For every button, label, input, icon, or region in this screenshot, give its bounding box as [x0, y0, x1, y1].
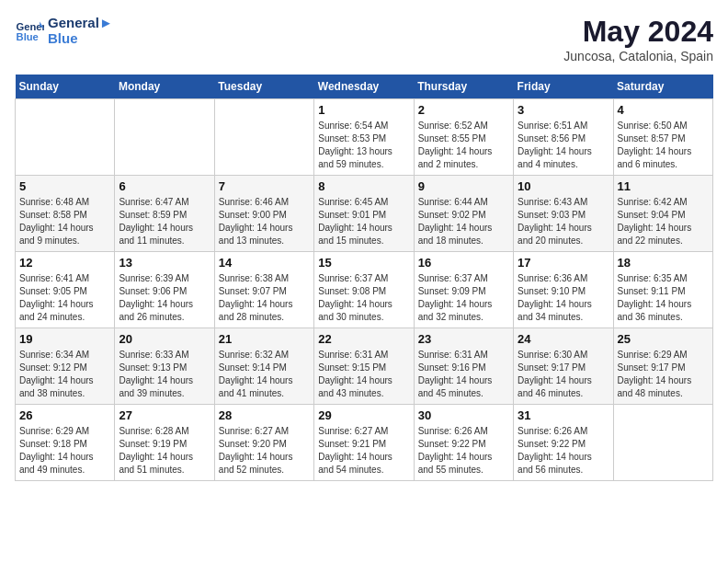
day-info: Sunrise: 6:54 AM Sunset: 8:53 PM Dayligh… [318, 120, 409, 171]
day-info: Sunrise: 6:28 AM Sunset: 9:19 PM Dayligh… [119, 425, 210, 477]
day-info: Sunrise: 6:52 AM Sunset: 8:55 PM Dayligh… [418, 120, 509, 171]
calendar-cell: 7Sunrise: 6:46 AM Sunset: 9:00 PM Daylig… [214, 176, 313, 252]
calendar-cell: 13Sunrise: 6:39 AM Sunset: 9:06 PM Dayli… [115, 252, 214, 328]
day-info: Sunrise: 6:51 AM Sunset: 8:56 PM Dayligh… [518, 120, 609, 171]
day-info: Sunrise: 6:29 AM Sunset: 9:17 PM Dayligh… [618, 349, 709, 400]
calendar-cell [115, 99, 214, 176]
day-number: 16 [418, 256, 509, 270]
day-number: 25 [618, 332, 709, 346]
day-info: Sunrise: 6:42 AM Sunset: 9:04 PM Dayligh… [618, 196, 709, 247]
day-number: 24 [518, 332, 609, 346]
calendar-cell: 3Sunrise: 6:51 AM Sunset: 8:56 PM Daylig… [514, 99, 613, 176]
calendar-cell: 6Sunrise: 6:47 AM Sunset: 8:59 PM Daylig… [115, 176, 214, 252]
calendar-week-row: 1Sunrise: 6:54 AM Sunset: 8:53 PM Daylig… [16, 99, 713, 176]
calendar-cell: 25Sunrise: 6:29 AM Sunset: 9:17 PM Dayli… [613, 328, 712, 405]
day-info: Sunrise: 6:26 AM Sunset: 9:22 PM Dayligh… [418, 425, 509, 477]
day-info: Sunrise: 6:27 AM Sunset: 9:21 PM Dayligh… [318, 425, 409, 477]
weekday-header: Friday [514, 75, 613, 99]
weekday-header: Sunday [16, 75, 115, 99]
day-info: Sunrise: 6:50 AM Sunset: 8:57 PM Dayligh… [618, 120, 709, 171]
calendar-cell: 5Sunrise: 6:48 AM Sunset: 8:58 PM Daylig… [16, 176, 115, 252]
day-info: Sunrise: 6:47 AM Sunset: 8:59 PM Dayligh… [119, 196, 210, 247]
calendar-cell: 9Sunrise: 6:44 AM Sunset: 9:02 PM Daylig… [414, 176, 513, 252]
day-info: Sunrise: 6:29 AM Sunset: 9:18 PM Dayligh… [19, 425, 110, 477]
day-info: Sunrise: 6:41 AM Sunset: 9:05 PM Dayligh… [19, 272, 110, 324]
calendar-cell [16, 99, 115, 176]
day-info: Sunrise: 6:27 AM Sunset: 9:20 PM Dayligh… [219, 425, 310, 477]
calendar-cell: 26Sunrise: 6:29 AM Sunset: 9:18 PM Dayli… [16, 405, 115, 481]
location: Juncosa, Catalonia, Spain [563, 49, 713, 63]
calendar-cell: 24Sunrise: 6:30 AM Sunset: 9:17 PM Dayli… [514, 328, 613, 405]
calendar-cell: 12Sunrise: 6:41 AM Sunset: 9:05 PM Dayli… [16, 252, 115, 328]
calendar-cell: 29Sunrise: 6:27 AM Sunset: 9:21 PM Dayli… [314, 405, 414, 481]
calendar-cell: 11Sunrise: 6:42 AM Sunset: 9:04 PM Dayli… [613, 176, 712, 252]
calendar-cell [613, 405, 712, 481]
day-info: Sunrise: 6:48 AM Sunset: 8:58 PM Dayligh… [19, 196, 110, 247]
day-info: Sunrise: 6:31 AM Sunset: 9:16 PM Dayligh… [418, 349, 509, 400]
calendar-week-row: 26Sunrise: 6:29 AM Sunset: 9:18 PM Dayli… [16, 405, 713, 481]
page-header: General Blue General► Blue May 2024 Junc… [15, 15, 713, 63]
day-number: 4 [618, 103, 709, 117]
day-number: 15 [318, 256, 409, 270]
day-info: Sunrise: 6:36 AM Sunset: 9:10 PM Dayligh… [518, 272, 609, 324]
day-number: 19 [19, 332, 110, 346]
day-number: 27 [119, 408, 210, 422]
calendar-cell: 15Sunrise: 6:37 AM Sunset: 9:08 PM Dayli… [314, 252, 414, 328]
calendar-cell: 8Sunrise: 6:45 AM Sunset: 9:01 PM Daylig… [314, 176, 414, 252]
calendar-cell: 28Sunrise: 6:27 AM Sunset: 9:20 PM Dayli… [214, 405, 313, 481]
calendar-cell: 21Sunrise: 6:32 AM Sunset: 9:14 PM Dayli… [214, 328, 313, 405]
weekday-header: Tuesday [214, 75, 313, 99]
calendar-cell: 30Sunrise: 6:26 AM Sunset: 9:22 PM Dayli… [414, 405, 513, 481]
day-number: 8 [318, 179, 409, 193]
weekday-header: Wednesday [314, 75, 414, 99]
day-number: 22 [318, 332, 409, 346]
calendar-cell: 16Sunrise: 6:37 AM Sunset: 9:09 PM Dayli… [414, 252, 513, 328]
day-number: 6 [119, 179, 210, 193]
weekday-header: Thursday [414, 75, 513, 99]
day-info: Sunrise: 6:39 AM Sunset: 9:06 PM Dayligh… [119, 272, 210, 324]
day-info: Sunrise: 6:30 AM Sunset: 9:17 PM Dayligh… [518, 349, 609, 400]
day-info: Sunrise: 6:44 AM Sunset: 9:02 PM Dayligh… [418, 196, 509, 247]
day-info: Sunrise: 6:37 AM Sunset: 9:08 PM Dayligh… [318, 272, 409, 324]
day-number: 13 [119, 256, 210, 270]
day-number: 29 [318, 408, 409, 422]
day-number: 11 [618, 179, 709, 193]
day-number: 12 [19, 256, 110, 270]
calendar-header-row: SundayMondayTuesdayWednesdayThursdayFrid… [16, 75, 713, 99]
day-number: 5 [19, 179, 110, 193]
calendar-cell: 10Sunrise: 6:43 AM Sunset: 9:03 PM Dayli… [514, 176, 613, 252]
logo-icon: General Blue [15, 16, 44, 45]
calendar-cell: 17Sunrise: 6:36 AM Sunset: 9:10 PM Dayli… [514, 252, 613, 328]
day-info: Sunrise: 6:33 AM Sunset: 9:13 PM Dayligh… [119, 349, 210, 400]
svg-text:Blue: Blue [17, 31, 39, 42]
calendar-cell [214, 99, 313, 176]
day-number: 1 [318, 103, 409, 117]
day-number: 23 [418, 332, 509, 346]
day-info: Sunrise: 6:37 AM Sunset: 9:09 PM Dayligh… [418, 272, 509, 324]
calendar-cell: 14Sunrise: 6:38 AM Sunset: 9:07 PM Dayli… [214, 252, 313, 328]
calendar-cell: 2Sunrise: 6:52 AM Sunset: 8:55 PM Daylig… [414, 99, 513, 176]
day-info: Sunrise: 6:45 AM Sunset: 9:01 PM Dayligh… [318, 196, 409, 247]
day-number: 18 [618, 256, 709, 270]
calendar-week-row: 5Sunrise: 6:48 AM Sunset: 8:58 PM Daylig… [16, 176, 713, 252]
weekday-header: Monday [115, 75, 214, 99]
day-number: 31 [518, 408, 609, 422]
calendar-cell: 20Sunrise: 6:33 AM Sunset: 9:13 PM Dayli… [115, 328, 214, 405]
calendar-cell: 22Sunrise: 6:31 AM Sunset: 9:15 PM Dayli… [314, 328, 414, 405]
logo: General Blue General► Blue [15, 15, 113, 46]
calendar-cell: 19Sunrise: 6:34 AM Sunset: 9:12 PM Dayli… [16, 328, 115, 405]
day-info: Sunrise: 6:32 AM Sunset: 9:14 PM Dayligh… [219, 349, 310, 400]
calendar-cell: 1Sunrise: 6:54 AM Sunset: 8:53 PM Daylig… [314, 99, 414, 176]
calendar-week-row: 19Sunrise: 6:34 AM Sunset: 9:12 PM Dayli… [16, 328, 713, 405]
logo-text-blue: Blue [48, 30, 113, 46]
logo-text: General► [48, 15, 113, 30]
day-number: 3 [518, 103, 609, 117]
calendar-cell: 31Sunrise: 6:26 AM Sunset: 9:22 PM Dayli… [514, 405, 613, 481]
day-number: 10 [518, 179, 609, 193]
calendar-table: SundayMondayTuesdayWednesdayThursdayFrid… [15, 75, 713, 481]
title-block: May 2024 Juncosa, Catalonia, Spain [563, 15, 713, 63]
calendar-cell: 27Sunrise: 6:28 AM Sunset: 9:19 PM Dayli… [115, 405, 214, 481]
day-number: 7 [219, 179, 310, 193]
day-number: 9 [418, 179, 509, 193]
day-info: Sunrise: 6:38 AM Sunset: 9:07 PM Dayligh… [219, 272, 310, 324]
